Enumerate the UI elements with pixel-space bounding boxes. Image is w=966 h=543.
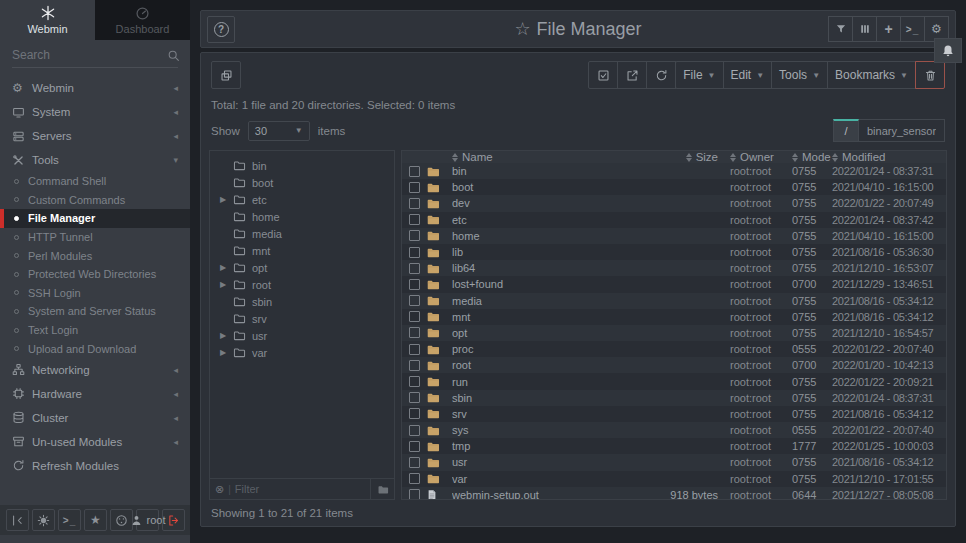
table-row-lib[interactable]: lib root:root 0755 2021/08/16 - 05:36:30 <box>402 244 946 260</box>
tree-filter-input[interactable] <box>235 483 370 495</box>
tab-dashboard[interactable]: Dashboard <box>95 0 190 40</box>
refresh-button[interactable] <box>646 61 676 89</box>
sidebar-item-un-used-modules[interactable]: Un-used Modules ◂ <box>0 430 190 454</box>
tree-item-srv[interactable]: srv <box>210 310 394 327</box>
table-row-webmin-setup-out[interactable]: webmin-setup.out 918 bytes root:root 064… <box>402 487 946 500</box>
help-button[interactable]: ? <box>207 16 235 43</box>
columns-button[interactable] <box>852 16 877 42</box>
sidebar-item-servers[interactable]: Servers ◂ <box>0 124 190 148</box>
row-checkbox[interactable] <box>409 295 420 306</box>
table-row-mnt[interactable]: mnt root:root 0755 2021/08/16 - 05:34:12 <box>402 309 946 325</box>
favorite-star-icon[interactable]: ☆ <box>514 19 530 39</box>
shell-button[interactable]: >_ <box>900 16 925 42</box>
tree-item-media[interactable]: media <box>210 225 394 242</box>
row-checkbox[interactable] <box>409 166 420 177</box>
tree-item-etc[interactable]: ▶ etc <box>210 191 394 208</box>
table-row-opt[interactable]: opt root:root 0755 2021/12/10 - 16:54:57 <box>402 325 946 341</box>
table-row-lost-found[interactable]: lost+found root:root 0700 2021/12/29 - 1… <box>402 276 946 292</box>
page-size-select[interactable]: 30 ▼ <box>248 121 310 141</box>
row-checkbox[interactable] <box>409 344 420 355</box>
table-row-sys[interactable]: sys root:root 0555 2022/01/22 - 20:07:40 <box>402 422 946 438</box>
table-row-run[interactable]: run root:root 0755 2022/01/22 - 20:09:21 <box>402 373 946 389</box>
sort-icon[interactable] <box>792 153 798 162</box>
copy-button[interactable] <box>211 61 241 89</box>
table-row-bin[interactable]: bin root:root 0755 2022/01/24 - 08:37:31 <box>402 163 946 179</box>
tree-item-home[interactable]: home <box>210 208 394 225</box>
table-row-boot[interactable]: boot root:root 0755 2021/04/10 - 16:15:0… <box>402 179 946 195</box>
sidebar-item-text-login[interactable]: Text Login <box>0 321 190 340</box>
table-row-root[interactable]: root root:root 0700 2022/01/20 - 10:42:1… <box>402 357 946 373</box>
export-button[interactable] <box>617 61 647 89</box>
row-checkbox[interactable] <box>409 457 420 468</box>
search-input[interactable] <box>12 48 167 62</box>
table-row-home[interactable]: home root:root 0755 2021/04/10 - 16:15:0… <box>402 228 946 244</box>
expand-icon[interactable]: ▶ <box>220 331 233 340</box>
sidebar-item-system[interactable]: System ◂ <box>0 100 190 124</box>
row-checkbox[interactable] <box>409 425 420 436</box>
sidebar-item-custom-commands[interactable]: Custom Commands <box>0 191 190 210</box>
tree-item-opt[interactable]: ▶ opt <box>210 259 394 276</box>
collapse-sidebar-button[interactable] <box>6 509 29 531</box>
tree-item-sbin[interactable]: sbin <box>210 293 394 310</box>
sidebar-item-perl-modules[interactable]: Perl Modules <box>0 246 190 265</box>
table-row-var[interactable]: var root:root 0755 2021/12/10 - 17:01:55 <box>402 471 946 487</box>
logout-button[interactable] <box>162 509 185 531</box>
sort-icon[interactable] <box>452 153 458 162</box>
path-input[interactable] <box>859 119 945 142</box>
table-row-proc[interactable]: proc root:root 0555 2022/01/22 - 20:07:4… <box>402 341 946 357</box>
column-header-name[interactable]: Name <box>452 151 650 163</box>
sidebar-item-webmin[interactable]: ⚙ Webmin ◂ <box>0 76 190 100</box>
row-checkbox[interactable] <box>409 408 420 419</box>
notifications-button[interactable] <box>934 38 962 63</box>
row-checkbox[interactable] <box>409 473 420 484</box>
row-checkbox[interactable] <box>409 376 420 387</box>
favorites-button[interactable]: ★ <box>84 509 107 531</box>
column-header-mode[interactable]: Mode <box>792 151 832 163</box>
row-checkbox[interactable] <box>409 360 420 371</box>
filter-button[interactable] <box>828 16 853 42</box>
tree-item-root[interactable]: ▶ root <box>210 276 394 293</box>
sidebar-item-networking[interactable]: Networking ◂ <box>0 358 190 382</box>
sidebar-item-system-and-server-status[interactable]: System and Server Status <box>0 302 190 321</box>
select-all-button[interactable] <box>588 61 618 89</box>
row-checkbox[interactable] <box>409 230 420 241</box>
tab-webmin[interactable]: Webmin <box>0 0 95 40</box>
add-button[interactable]: + <box>876 16 901 42</box>
column-header-modified[interactable]: Modified <box>832 151 946 163</box>
menu-button-tools[interactable]: Tools ▼ <box>771 61 828 89</box>
tree-item-usr[interactable]: ▶ usr <box>210 327 394 344</box>
menu-button-file[interactable]: File ▼ <box>675 61 723 89</box>
row-checkbox[interactable] <box>409 441 420 452</box>
table-row-sbin[interactable]: sbin root:root 0755 2022/01/24 - 08:37:3… <box>402 390 946 406</box>
row-checkbox[interactable] <box>409 198 420 209</box>
row-checkbox[interactable] <box>409 263 420 274</box>
path-root-button[interactable]: / <box>833 119 859 142</box>
table-row-media[interactable]: media root:root 0755 2021/08/16 - 05:34:… <box>402 293 946 309</box>
menu-button-edit[interactable]: Edit ▼ <box>723 61 773 89</box>
sidebar-item-cluster[interactable]: Cluster ◂ <box>0 406 190 430</box>
row-checkbox[interactable] <box>409 279 420 290</box>
sidebar-item-http-tunnel[interactable]: HTTP Tunnel <box>0 228 190 247</box>
column-header-size[interactable]: Size <box>650 151 730 163</box>
row-checkbox[interactable] <box>409 311 420 322</box>
row-checkbox[interactable] <box>409 182 420 193</box>
expand-icon[interactable]: ▶ <box>220 195 233 204</box>
row-checkbox[interactable] <box>409 489 420 500</box>
expand-icon[interactable]: ▶ <box>220 263 233 272</box>
delete-button[interactable] <box>915 61 945 89</box>
sidebar-item-upload-and-download[interactable]: Upload and Download <box>0 339 190 358</box>
sidebar-item-file-manager[interactable]: File Manager <box>0 209 190 228</box>
user-button[interactable]: root <box>136 509 159 531</box>
table-row-tmp[interactable]: tmp root:root 1777 2022/01/25 - 10:00:03 <box>402 438 946 454</box>
table-row-usr[interactable]: usr root:root 0755 2021/08/16 - 05:34:12 <box>402 454 946 470</box>
sort-icon[interactable] <box>730 153 736 162</box>
terminal-button[interactable]: >_ <box>58 509 81 531</box>
clear-filter-icon[interactable]: ⊗ <box>215 483 224 496</box>
sidebar-item-refresh-modules[interactable]: Refresh Modules <box>0 454 190 478</box>
sort-icon[interactable] <box>832 153 838 162</box>
theme-light-button[interactable] <box>32 509 55 531</box>
sidebar-item-hardware[interactable]: Hardware ◂ <box>0 382 190 406</box>
column-header-owner[interactable]: Owner <box>730 151 792 163</box>
table-row-etc[interactable]: etc root:root 0755 2022/01/24 - 08:37:42 <box>402 212 946 228</box>
folder-filter-button[interactable] <box>370 479 394 499</box>
